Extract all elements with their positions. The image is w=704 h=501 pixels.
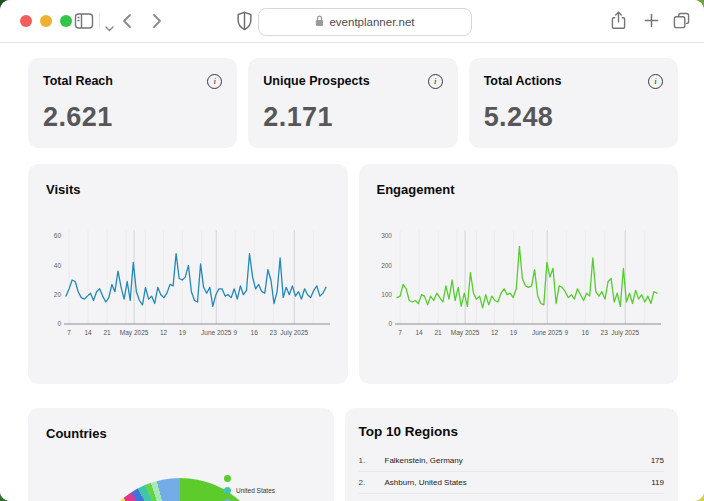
svg-text:16: 16 (251, 329, 259, 336)
legend-label: United States (236, 487, 275, 494)
shield-icon (236, 11, 253, 35)
chart-title: Engagement (377, 182, 455, 197)
svg-text:300: 300 (381, 232, 392, 239)
toolbar-divider (99, 13, 100, 29)
svg-text:40: 40 (54, 262, 62, 269)
back-icon (122, 13, 132, 33)
stat-value: 2.621 (43, 102, 222, 133)
regions-title: Top 10 Regions (359, 424, 665, 439)
region-row: 2. Ashburn, United States 119 (359, 472, 665, 494)
svg-text:June 2025: June 2025 (532, 329, 563, 336)
svg-text:12: 12 (490, 329, 498, 336)
legend-dot (224, 487, 231, 494)
regions-list: 1. Falkenstein, Germany 175 2. Ashburn, … (359, 450, 665, 501)
svg-text:May 2025: May 2025 (120, 329, 149, 337)
svg-text:9: 9 (564, 329, 568, 336)
stat-value: 2.171 (263, 102, 442, 133)
browser-toolbar: eventplanner.net (0, 0, 704, 43)
legend-item (224, 474, 275, 482)
stat-card-unique-prospects: Unique Prospects i 2.171 (248, 58, 457, 148)
info-icon[interactable]: i (648, 74, 663, 89)
stats-row: Total Reach i 2.621 Unique Prospects i 2… (28, 58, 678, 148)
svg-text:12: 12 (160, 329, 168, 336)
visits-chart-card: Visits 020406071421May 20251219June 2025… (28, 164, 348, 384)
sidebar-toggle-button[interactable] (74, 12, 94, 34)
svg-text:23: 23 (600, 329, 608, 336)
svg-text:July 2025: July 2025 (611, 329, 639, 337)
stat-title: Total Reach (43, 74, 113, 88)
legend-dot (224, 475, 231, 482)
stat-value: 5.248 (484, 102, 663, 133)
region-rank: 2. (359, 478, 385, 487)
region-row: 1. Falkenstein, Germany 175 (359, 450, 665, 472)
share-button[interactable] (611, 11, 626, 34)
countries-legend: United States (224, 474, 275, 501)
info-icon[interactable]: i (428, 74, 443, 89)
forward-icon (152, 13, 162, 33)
chevron-down-icon (105, 18, 114, 36)
svg-text:21: 21 (434, 329, 442, 336)
engagement-chart-card: Engagement 010020030071421May 20251219Ju… (359, 164, 679, 384)
region-value: 119 (651, 478, 664, 487)
region-row: 3. Oud-Turnhout, Belgium 83 (359, 494, 665, 501)
region-name: Ashburn, United States (385, 478, 652, 487)
svg-text:60: 60 (54, 232, 62, 239)
share-icon (611, 11, 626, 34)
stat-title: Unique Prospects (263, 74, 369, 88)
svg-text:7: 7 (398, 329, 402, 336)
address-bar[interactable]: eventplanner.net (258, 8, 472, 36)
charts-row: Visits 020406071421May 20251219June 2025… (28, 164, 678, 384)
svg-text:7: 7 (67, 329, 71, 336)
privacy-report-button[interactable] (236, 11, 253, 35)
legend-item: United States (224, 486, 275, 494)
sidebar-icon (74, 12, 94, 34)
close-window-button[interactable] (20, 15, 32, 27)
visits-line-chart: 020406071421May 20251219June 202591623Ju… (40, 224, 334, 372)
address-bar-url: eventplanner.net (329, 16, 414, 28)
stat-card-total-actions: Total Actions i 5.248 (469, 58, 678, 148)
svg-text:14: 14 (84, 329, 92, 336)
region-value: 175 (651, 456, 664, 465)
info-icon[interactable]: i (207, 74, 222, 89)
svg-text:200: 200 (381, 262, 392, 269)
stat-title: Total Actions (484, 74, 562, 88)
chart-title: Countries (46, 426, 107, 441)
svg-text:23: 23 (270, 329, 278, 336)
svg-text:July 2025: July 2025 (280, 329, 308, 337)
engagement-line-chart: 010020030071421May 20251219June 20259162… (371, 224, 665, 372)
svg-text:0: 0 (388, 320, 392, 327)
browser-window: eventplanner.net (0, 0, 704, 501)
top-regions-card: Top 10 Regions 1. Falkenstein, Germany 1… (345, 408, 679, 501)
stat-card-total-reach: Total Reach i 2.621 (28, 58, 237, 148)
chart-title: Visits (46, 182, 80, 197)
svg-text:100: 100 (381, 291, 392, 298)
svg-text:20: 20 (54, 291, 62, 298)
svg-text:June 2025: June 2025 (201, 329, 232, 336)
svg-text:19: 19 (509, 329, 517, 336)
plus-icon (644, 13, 659, 32)
new-tab-button[interactable] (644, 13, 659, 32)
svg-text:21: 21 (103, 329, 111, 336)
region-rank: 1. (359, 456, 385, 465)
svg-text:16: 16 (581, 329, 589, 336)
region-name: Falkenstein, Germany (385, 456, 651, 465)
dashboard-page: Total Reach i 2.621 Unique Prospects i 2… (0, 43, 704, 501)
tab-overview-icon (673, 12, 690, 33)
back-button[interactable] (122, 13, 132, 33)
tab-group-menu-button[interactable] (105, 18, 114, 36)
svg-text:May 2025: May 2025 (450, 329, 479, 337)
svg-text:19: 19 (179, 329, 187, 336)
svg-text:0: 0 (57, 320, 61, 327)
bottom-row: Countries United States (28, 408, 678, 501)
zoom-window-button[interactable] (60, 15, 72, 27)
tab-overview-button[interactable] (673, 12, 690, 33)
countries-card: Countries United States (28, 408, 334, 501)
lock-icon (315, 13, 324, 31)
svg-text:14: 14 (415, 329, 423, 336)
minimize-window-button[interactable] (40, 15, 52, 27)
svg-text:9: 9 (233, 329, 237, 336)
forward-button[interactable] (152, 13, 162, 33)
